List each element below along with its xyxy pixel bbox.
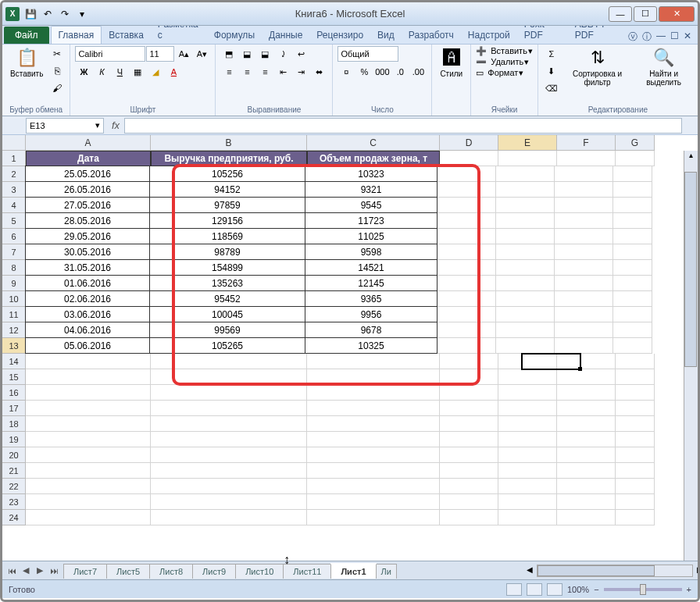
normal-view-icon[interactable] — [506, 583, 522, 596]
cell[interactable] — [496, 229, 555, 244]
cell[interactable] — [616, 463, 655, 479]
italic-button[interactable]: К — [93, 64, 110, 80]
cell[interactable] — [307, 447, 440, 463]
cell[interactable] — [151, 463, 307, 479]
column-header-C[interactable]: C — [307, 135, 440, 151]
column-header-G[interactable]: G — [616, 135, 655, 151]
row-header[interactable]: 12 — [2, 322, 26, 338]
cell[interactable] — [438, 307, 496, 322]
cell[interactable] — [613, 291, 652, 307]
cell[interactable] — [557, 416, 616, 432]
decrease-font-icon[interactable]: A▾ — [193, 46, 210, 62]
cell[interactable] — [438, 166, 496, 182]
cell[interactable] — [557, 463, 616, 479]
cell[interactable] — [26, 354, 151, 369]
cell[interactable] — [496, 307, 555, 322]
cell[interactable]: 154899 — [149, 259, 305, 276]
align-top-icon[interactable]: ⬒ — [220, 46, 238, 62]
column-header-B[interactable]: B — [151, 135, 307, 151]
paste-button[interactable]: 📋 Вставить — [7, 46, 46, 80]
underline-button[interactable]: Ч — [111, 64, 128, 80]
cell[interactable] — [613, 276, 652, 291]
cell[interactable] — [557, 479, 616, 494]
cell[interactable] — [307, 385, 440, 401]
cell[interactable] — [616, 385, 655, 401]
column-header-F[interactable]: F — [557, 135, 616, 151]
cell[interactable] — [307, 494, 440, 510]
cell[interactable] — [613, 322, 652, 338]
cell[interactable] — [613, 198, 652, 213]
cell[interactable] — [438, 276, 496, 291]
doc-restore-icon[interactable]: ☐ — [670, 30, 679, 44]
cell[interactable] — [498, 416, 557, 432]
cell[interactable]: 9365 — [305, 290, 438, 307]
sort-filter-button[interactable]: ⇅ Сортировка и фильтр — [563, 46, 631, 88]
cell[interactable] — [616, 510, 655, 525]
formula-bar[interactable] — [124, 118, 682, 134]
cell[interactable]: 05.06.2016 — [25, 337, 150, 354]
cell[interactable] — [616, 479, 655, 494]
qat-more-icon[interactable]: ▾ — [74, 6, 90, 22]
cell[interactable] — [496, 182, 555, 198]
clear-icon[interactable]: ⌫ — [543, 80, 560, 96]
row-header[interactable]: 7 — [2, 244, 26, 260]
cell[interactable] — [496, 213, 555, 229]
percent-icon[interactable]: % — [355, 64, 373, 80]
tab-addins[interactable]: Надстрой — [461, 27, 517, 44]
undo-icon[interactable]: ↶ — [40, 6, 55, 22]
cell[interactable] — [496, 198, 555, 213]
cell[interactable] — [616, 447, 655, 463]
fill-icon[interactable]: ⬇ — [543, 63, 560, 79]
minimize-ribbon-icon[interactable]: ⓥ — [628, 30, 638, 44]
cell[interactable]: 29.05.2016 — [25, 228, 150, 244]
cell[interactable] — [498, 479, 557, 494]
cell[interactable]: 9598 — [305, 244, 438, 260]
sheet-last-icon[interactable]: ⏭ — [48, 565, 60, 577]
cell[interactable]: 10323 — [305, 166, 438, 182]
maximize-button[interactable]: ☐ — [634, 6, 657, 22]
cell[interactable] — [440, 416, 498, 432]
cell[interactable]: 100045 — [149, 306, 305, 322]
cell[interactable] — [498, 401, 557, 416]
scroll-right-icon[interactable]: ▶ — [697, 565, 700, 574]
cell[interactable]: 11025 — [305, 228, 438, 244]
scroll-up-icon[interactable]: ▴ — [684, 151, 698, 159]
align-middle-icon[interactable]: ⬓ — [238, 46, 255, 62]
cell[interactable] — [151, 432, 307, 447]
cell[interactable]: 105265 — [149, 337, 305, 354]
cell[interactable] — [555, 322, 613, 338]
cell[interactable] — [440, 447, 498, 463]
increase-font-icon[interactable]: A▴ — [175, 46, 192, 62]
cell[interactable] — [496, 322, 555, 338]
cell[interactable] — [557, 494, 616, 510]
row-header[interactable]: 16 — [2, 385, 26, 401]
cell[interactable] — [26, 447, 151, 463]
cell[interactable]: 12145 — [305, 275, 438, 291]
cell[interactable] — [616, 494, 655, 510]
cell[interactable] — [616, 416, 655, 432]
cell[interactable]: 30.05.2016 — [25, 244, 150, 260]
cell[interactable]: Выручка предприятия, руб. — [151, 151, 307, 166]
cell[interactable] — [440, 385, 498, 401]
cell[interactable] — [438, 198, 496, 213]
cell[interactable] — [440, 151, 498, 166]
cell[interactable] — [440, 463, 498, 479]
row-header[interactable]: 23 — [2, 494, 26, 510]
cell[interactable] — [496, 291, 555, 307]
cell[interactable]: 26.05.2016 — [25, 181, 150, 198]
tab-review[interactable]: Рецензиро — [309, 27, 370, 44]
zoom-out-icon[interactable]: − — [594, 585, 598, 594]
cell[interactable] — [616, 151, 655, 166]
cell[interactable] — [440, 354, 498, 369]
cell[interactable] — [307, 463, 440, 479]
cell[interactable]: 03.06.2016 — [25, 306, 150, 322]
sheet-tab[interactable]: Лист8 — [149, 564, 193, 579]
cell[interactable] — [496, 260, 555, 276]
cell[interactable] — [151, 447, 307, 463]
cell[interactable] — [438, 291, 496, 307]
cell[interactable] — [498, 447, 557, 463]
wrap-text-icon[interactable]: ↩ — [292, 46, 309, 62]
copy-icon[interactable]: ⎘ — [49, 63, 65, 79]
cell[interactable] — [26, 401, 151, 416]
align-right-icon[interactable]: ≡ — [256, 64, 273, 80]
